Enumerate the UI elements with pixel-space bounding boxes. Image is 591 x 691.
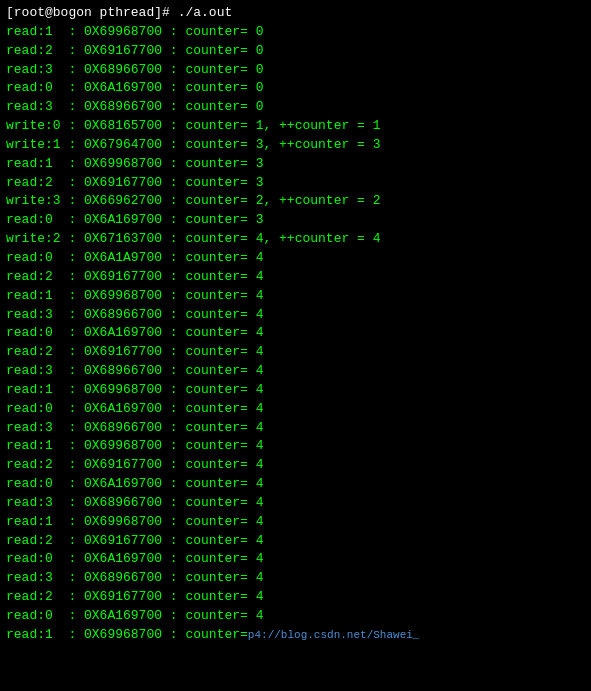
output-lines: read:1 : 0X69968700 : counter= 0 read:2 … [6, 23, 585, 645]
output-line-5: write:0 : 0X68165700 : counter= 1, ++cou… [6, 117, 585, 136]
output-line-30: read:2 : 0X69167700 : counter= 4 [6, 588, 585, 607]
output-line-14: read:1 : 0X69968700 : counter= 4 [6, 287, 585, 306]
output-line-16: read:0 : 0X6A169700 : counter= 4 [6, 324, 585, 343]
output-line-17: read:2 : 0X69167700 : counter= 4 [6, 343, 585, 362]
output-line-32: read:1 : 0X69968700 : counter=p4://blog.… [6, 626, 585, 645]
output-line-23: read:2 : 0X69167700 : counter= 4 [6, 456, 585, 475]
output-line-2: read:3 : 0X68966700 : counter= 0 [6, 61, 585, 80]
output-line-28: read:0 : 0X6A169700 : counter= 4 [6, 550, 585, 569]
output-line-7: read:1 : 0X69968700 : counter= 3 [6, 155, 585, 174]
output-line-20: read:0 : 0X6A169700 : counter= 4 [6, 400, 585, 419]
output-line-25: read:3 : 0X68966700 : counter= 4 [6, 494, 585, 513]
output-line-10: read:0 : 0X6A169700 : counter= 3 [6, 211, 585, 230]
output-line-12: read:0 : 0X6A1A9700 : counter= 4 [6, 249, 585, 268]
output-line-1: read:2 : 0X69167700 : counter= 0 [6, 42, 585, 61]
output-line-0: read:1 : 0X69968700 : counter= 0 [6, 23, 585, 42]
output-line-29: read:3 : 0X68966700 : counter= 4 [6, 569, 585, 588]
output-line-3: read:0 : 0X6A169700 : counter= 0 [6, 79, 585, 98]
output-line-18: read:3 : 0X68966700 : counter= 4 [6, 362, 585, 381]
output-line-21: read:3 : 0X68966700 : counter= 4 [6, 419, 585, 438]
output-line-8: read:2 : 0X69167700 : counter= 3 [6, 174, 585, 193]
output-line-19: read:1 : 0X69968700 : counter= 4 [6, 381, 585, 400]
output-line-9: write:3 : 0X66962700 : counter= 2, ++cou… [6, 192, 585, 211]
terminal-window: [root@bogon pthread]# ./a.out read:1 : 0… [6, 4, 585, 645]
output-line-24: read:0 : 0X6A169700 : counter= 4 [6, 475, 585, 494]
output-line-27: read:2 : 0X69167700 : counter= 4 [6, 532, 585, 551]
output-line-26: read:1 : 0X69968700 : counter= 4 [6, 513, 585, 532]
output-line-22: read:1 : 0X69968700 : counter= 4 [6, 437, 585, 456]
output-line-31: read:0 : 0X6A169700 : counter= 4 [6, 607, 585, 626]
watermark-text: p4://blog.csdn.net/Shawei_ [248, 629, 420, 641]
output-line-4: read:3 : 0X68966700 : counter= 0 [6, 98, 585, 117]
output-line-15: read:3 : 0X68966700 : counter= 4 [6, 306, 585, 325]
output-line-11: write:2 : 0X67163700 : counter= 4, ++cou… [6, 230, 585, 249]
output-line-6: write:1 : 0X67964700 : counter= 3, ++cou… [6, 136, 585, 155]
prompt-line: [root@bogon pthread]# ./a.out [6, 4, 585, 23]
output-line-13: read:2 : 0X69167700 : counter= 4 [6, 268, 585, 287]
